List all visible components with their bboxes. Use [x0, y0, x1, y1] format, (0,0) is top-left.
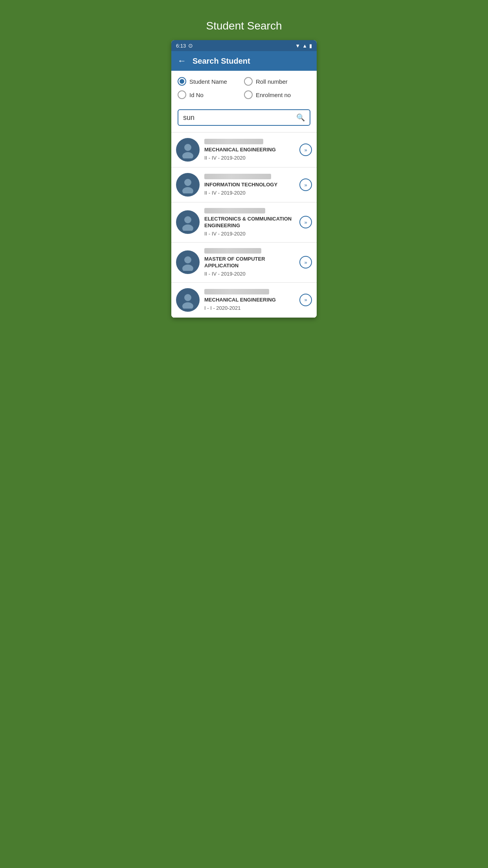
status-time: 6:13: [176, 43, 186, 49]
student-department: INFORMATION TECHNOLOGY: [204, 182, 295, 188]
result-arrow-button[interactable]: »: [299, 256, 312, 268]
svg-point-6: [184, 256, 191, 263]
student-department: MASTER OF COMPUTER APPLICATION: [204, 256, 295, 269]
result-info: MECHANICAL ENGINEERING I - I - 2020-2021: [204, 289, 295, 311]
outer-container: Student Search 6:13 ⊙ ▼ ▲ ▮ ← Search Stu…: [167, 8, 321, 318]
status-bar: 6:13 ⊙ ▼ ▲ ▮: [171, 40, 317, 51]
list-item[interactable]: ELECTRONICS & COMMUNICATION ENGINEERING …: [171, 202, 317, 243]
result-arrow-button[interactable]: »: [299, 178, 312, 191]
radio-circle-enrolment-no: [244, 90, 253, 99]
radio-circle-roll-number: [244, 77, 253, 86]
radio-id-no[interactable]: Id No: [178, 90, 244, 99]
toolbar: ← Search Student: [171, 51, 317, 71]
radio-enrolment-no[interactable]: Enrolment no: [244, 90, 310, 99]
page-title: Student Search: [206, 8, 282, 40]
status-right: ▼ ▲ ▮: [295, 43, 312, 49]
radio-grid: Student Name Roll number Id No Enrolment…: [178, 77, 310, 99]
search-icon[interactable]: 🔍: [296, 113, 305, 122]
back-button[interactable]: ←: [178, 56, 186, 66]
svg-point-0: [184, 144, 191, 151]
svg-point-1: [182, 152, 193, 158]
signal-icon: ▲: [302, 43, 307, 49]
svg-point-9: [182, 302, 193, 309]
avatar: [176, 210, 200, 234]
result-arrow-button[interactable]: »: [299, 216, 312, 228]
results-list: MECHANICAL ENGINEERING II - IV - 2019-20…: [171, 132, 317, 318]
radio-dot-student-name: [180, 79, 184, 84]
student-name-blurred: [204, 289, 269, 294]
result-info: ELECTRONICS & COMMUNICATION ENGINEERING …: [204, 208, 295, 237]
list-item[interactable]: MECHANICAL ENGINEERING II - IV - 2019-20…: [171, 132, 317, 167]
svg-point-2: [184, 179, 191, 186]
toolbar-title: Search Student: [193, 57, 250, 66]
student-year: II - IV - 2019-2020: [204, 155, 295, 161]
wifi-icon: ▼: [295, 43, 300, 49]
radio-label-roll-number: Roll number: [256, 78, 288, 85]
svg-point-5: [182, 224, 193, 231]
radio-circle-id-no: [178, 90, 186, 99]
radio-label-student-name: Student Name: [189, 78, 227, 85]
avatar: [176, 173, 200, 197]
svg-point-3: [182, 187, 193, 193]
student-name-blurred: [204, 139, 263, 144]
student-department: ELECTRONICS & COMMUNICATION ENGINEERING: [204, 216, 295, 229]
phone-frame: 6:13 ⊙ ▼ ▲ ▮ ← Search Student St: [171, 40, 317, 318]
svg-point-8: [184, 294, 191, 301]
radio-student-name[interactable]: Student Name: [178, 77, 244, 86]
list-item[interactable]: MECHANICAL ENGINEERING I - I - 2020-2021…: [171, 283, 317, 318]
student-name-blurred: [204, 248, 261, 254]
status-left: 6:13 ⊙: [176, 42, 193, 49]
student-year: I - I - 2020-2021: [204, 305, 295, 311]
avatar: [176, 250, 200, 274]
avatar: [176, 288, 200, 312]
radio-label-enrolment-no: Enrolment no: [256, 92, 291, 98]
avatar: [176, 138, 200, 162]
search-input-box: 🔍: [178, 109, 310, 126]
result-arrow-button[interactable]: »: [299, 294, 312, 306]
list-item[interactable]: INFORMATION TECHNOLOGY II - IV - 2019-20…: [171, 167, 317, 202]
result-info: MECHANICAL ENGINEERING II - IV - 2019-20…: [204, 139, 295, 161]
radio-circle-student-name: [178, 77, 186, 86]
radio-label-id-no: Id No: [189, 92, 204, 98]
result-arrow-button[interactable]: »: [299, 143, 312, 156]
list-item[interactable]: MASTER OF COMPUTER APPLICATION II - IV -…: [171, 243, 317, 283]
battery-icon: ▮: [309, 43, 312, 49]
radio-roll-number[interactable]: Roll number: [244, 77, 310, 86]
student-name-blurred: [204, 208, 265, 213]
student-department: MECHANICAL ENGINEERING: [204, 297, 295, 303]
result-info: INFORMATION TECHNOLOGY II - IV - 2019-20…: [204, 174, 295, 196]
svg-point-4: [184, 216, 191, 223]
search-input-wrapper: 🔍: [171, 105, 317, 132]
student-name-blurred: [204, 174, 271, 179]
clock-icon: ⊙: [188, 42, 193, 49]
student-year: II - IV - 2019-2020: [204, 190, 295, 196]
result-info: MASTER OF COMPUTER APPLICATION II - IV -…: [204, 248, 295, 277]
student-year: II - IV - 2019-2020: [204, 271, 295, 277]
search-options-container: Student Name Roll number Id No Enrolment…: [171, 71, 317, 105]
svg-point-7: [182, 265, 193, 271]
student-department: MECHANICAL ENGINEERING: [204, 147, 295, 153]
search-input[interactable]: [183, 114, 296, 122]
student-year: II - IV - 2019-2020: [204, 231, 295, 237]
